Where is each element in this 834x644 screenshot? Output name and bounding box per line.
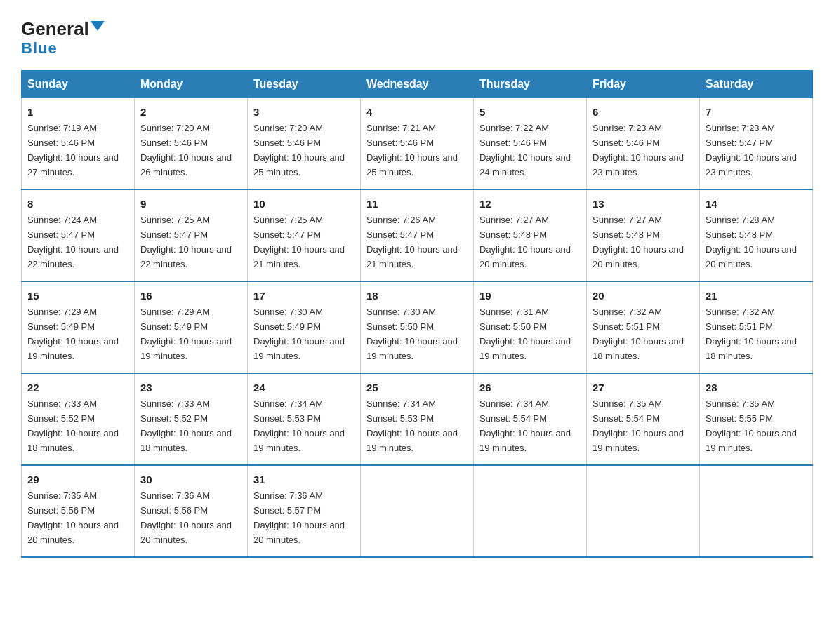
day-number: 29 bbox=[27, 471, 128, 488]
logo-general: General bbox=[21, 20, 89, 38]
calendar-cell: 3Sunrise: 7:20 AMSunset: 5:46 PMDaylight… bbox=[248, 98, 361, 189]
day-number: 14 bbox=[706, 196, 807, 212]
logo-triangle-icon bbox=[91, 21, 105, 31]
day-number: 30 bbox=[140, 471, 241, 488]
day-info: Sunrise: 7:25 AMSunset: 5:47 PMDaylight:… bbox=[140, 215, 232, 269]
calendar-cell: 9Sunrise: 7:25 AMSunset: 5:47 PMDaylight… bbox=[135, 189, 248, 281]
header-saturday: Saturday bbox=[700, 71, 813, 98]
calendar-cell: 28Sunrise: 7:35 AMSunset: 5:55 PMDayligh… bbox=[700, 373, 813, 465]
calendar-cell: 11Sunrise: 7:26 AMSunset: 5:47 PMDayligh… bbox=[361, 189, 474, 281]
header-tuesday: Tuesday bbox=[248, 71, 361, 98]
day-info: Sunrise: 7:33 AMSunset: 5:52 PMDaylight:… bbox=[140, 398, 232, 453]
day-number: 22 bbox=[27, 380, 128, 396]
day-info: Sunrise: 7:28 AMSunset: 5:48 PMDaylight:… bbox=[706, 215, 797, 269]
day-number: 10 bbox=[253, 196, 355, 212]
day-info: Sunrise: 7:33 AMSunset: 5:52 PMDaylight:… bbox=[27, 398, 119, 453]
logo: General Blue bbox=[21, 14, 105, 58]
header-friday: Friday bbox=[587, 71, 700, 98]
calendar-week-row: 15Sunrise: 7:29 AMSunset: 5:49 PMDayligh… bbox=[22, 281, 813, 373]
day-info: Sunrise: 7:30 AMSunset: 5:49 PMDaylight:… bbox=[253, 307, 345, 361]
calendar-cell: 30Sunrise: 7:36 AMSunset: 5:56 PMDayligh… bbox=[135, 465, 248, 557]
day-info: Sunrise: 7:27 AMSunset: 5:48 PMDaylight:… bbox=[479, 215, 571, 269]
calendar-cell bbox=[474, 465, 587, 557]
day-info: Sunrise: 7:29 AMSunset: 5:49 PMDaylight:… bbox=[140, 307, 232, 361]
day-number: 31 bbox=[253, 471, 355, 488]
day-info: Sunrise: 7:35 AMSunset: 5:55 PMDaylight:… bbox=[706, 398, 797, 453]
calendar-cell: 7Sunrise: 7:23 AMSunset: 5:47 PMDaylight… bbox=[700, 98, 813, 189]
day-number: 21 bbox=[706, 288, 807, 304]
day-info: Sunrise: 7:34 AMSunset: 5:53 PMDaylight:… bbox=[253, 398, 345, 453]
day-number: 20 bbox=[593, 288, 694, 304]
day-info: Sunrise: 7:21 AMSunset: 5:46 PMDaylight:… bbox=[366, 123, 458, 177]
day-number: 6 bbox=[593, 104, 694, 120]
calendar-cell: 26Sunrise: 7:34 AMSunset: 5:54 PMDayligh… bbox=[474, 373, 587, 465]
day-info: Sunrise: 7:22 AMSunset: 5:46 PMDaylight:… bbox=[479, 123, 571, 177]
header-wednesday: Wednesday bbox=[361, 71, 474, 98]
calendar-cell: 23Sunrise: 7:33 AMSunset: 5:52 PMDayligh… bbox=[135, 373, 248, 465]
day-info: Sunrise: 7:32 AMSunset: 5:51 PMDaylight:… bbox=[706, 307, 797, 361]
calendar-cell: 20Sunrise: 7:32 AMSunset: 5:51 PMDayligh… bbox=[587, 281, 700, 373]
day-info: Sunrise: 7:20 AMSunset: 5:46 PMDaylight:… bbox=[253, 123, 345, 177]
calendar-week-row: 29Sunrise: 7:35 AMSunset: 5:56 PMDayligh… bbox=[22, 465, 813, 557]
calendar-week-row: 1Sunrise: 7:19 AMSunset: 5:46 PMDaylight… bbox=[22, 98, 813, 189]
calendar-cell: 6Sunrise: 7:23 AMSunset: 5:46 PMDaylight… bbox=[587, 98, 700, 189]
calendar-cell: 29Sunrise: 7:35 AMSunset: 5:56 PMDayligh… bbox=[22, 465, 135, 557]
header-monday: Monday bbox=[135, 71, 248, 98]
day-number: 27 bbox=[593, 380, 694, 396]
calendar-week-row: 22Sunrise: 7:33 AMSunset: 5:52 PMDayligh… bbox=[22, 373, 813, 465]
day-number: 26 bbox=[479, 380, 581, 396]
calendar-cell bbox=[700, 465, 813, 557]
calendar-cell: 16Sunrise: 7:29 AMSunset: 5:49 PMDayligh… bbox=[135, 281, 248, 373]
calendar-cell: 10Sunrise: 7:25 AMSunset: 5:47 PMDayligh… bbox=[248, 189, 361, 281]
calendar-cell: 2Sunrise: 7:20 AMSunset: 5:46 PMDaylight… bbox=[135, 98, 248, 189]
day-info: Sunrise: 7:30 AMSunset: 5:50 PMDaylight:… bbox=[366, 307, 458, 361]
day-info: Sunrise: 7:23 AMSunset: 5:46 PMDaylight:… bbox=[593, 123, 684, 177]
day-number: 7 bbox=[706, 104, 807, 120]
day-number: 16 bbox=[140, 288, 241, 304]
day-number: 4 bbox=[366, 104, 468, 120]
day-number: 17 bbox=[253, 288, 355, 304]
day-info: Sunrise: 7:20 AMSunset: 5:46 PMDaylight:… bbox=[140, 123, 232, 177]
day-info: Sunrise: 7:32 AMSunset: 5:51 PMDaylight:… bbox=[593, 307, 684, 361]
day-number: 23 bbox=[140, 380, 241, 396]
calendar-cell: 31Sunrise: 7:36 AMSunset: 5:57 PMDayligh… bbox=[248, 465, 361, 557]
calendar-table: SundayMondayTuesdayWednesdayThursdayFrid… bbox=[21, 70, 813, 558]
calendar-cell: 19Sunrise: 7:31 AMSunset: 5:50 PMDayligh… bbox=[474, 281, 587, 373]
day-info: Sunrise: 7:19 AMSunset: 5:46 PMDaylight:… bbox=[27, 123, 119, 177]
day-number: 1 bbox=[27, 104, 128, 120]
calendar-cell bbox=[361, 465, 474, 557]
day-info: Sunrise: 7:34 AMSunset: 5:53 PMDaylight:… bbox=[366, 398, 458, 453]
day-info: Sunrise: 7:26 AMSunset: 5:47 PMDaylight:… bbox=[366, 215, 458, 269]
day-number: 12 bbox=[479, 196, 581, 212]
calendar-cell: 21Sunrise: 7:32 AMSunset: 5:51 PMDayligh… bbox=[700, 281, 813, 373]
day-info: Sunrise: 7:23 AMSunset: 5:47 PMDaylight:… bbox=[706, 123, 797, 177]
day-number: 28 bbox=[706, 380, 807, 396]
day-info: Sunrise: 7:36 AMSunset: 5:57 PMDaylight:… bbox=[253, 490, 345, 545]
calendar-cell: 1Sunrise: 7:19 AMSunset: 5:46 PMDaylight… bbox=[22, 98, 135, 189]
calendar-week-row: 8Sunrise: 7:24 AMSunset: 5:47 PMDaylight… bbox=[22, 189, 813, 281]
day-number: 25 bbox=[366, 380, 468, 396]
calendar-cell: 12Sunrise: 7:27 AMSunset: 5:48 PMDayligh… bbox=[474, 189, 587, 281]
calendar-cell: 14Sunrise: 7:28 AMSunset: 5:48 PMDayligh… bbox=[700, 189, 813, 281]
calendar-cell: 17Sunrise: 7:30 AMSunset: 5:49 PMDayligh… bbox=[248, 281, 361, 373]
day-number: 13 bbox=[593, 196, 694, 212]
day-info: Sunrise: 7:25 AMSunset: 5:47 PMDaylight:… bbox=[253, 215, 345, 269]
day-info: Sunrise: 7:34 AMSunset: 5:54 PMDaylight:… bbox=[479, 398, 571, 453]
day-info: Sunrise: 7:29 AMSunset: 5:49 PMDaylight:… bbox=[27, 307, 119, 361]
calendar-cell bbox=[587, 465, 700, 557]
day-number: 24 bbox=[253, 380, 355, 396]
calendar-cell: 13Sunrise: 7:27 AMSunset: 5:48 PMDayligh… bbox=[587, 189, 700, 281]
header-thursday: Thursday bbox=[474, 71, 587, 98]
calendar-cell: 18Sunrise: 7:30 AMSunset: 5:50 PMDayligh… bbox=[361, 281, 474, 373]
calendar-cell: 24Sunrise: 7:34 AMSunset: 5:53 PMDayligh… bbox=[248, 373, 361, 465]
calendar-cell: 22Sunrise: 7:33 AMSunset: 5:52 PMDayligh… bbox=[22, 373, 135, 465]
day-info: Sunrise: 7:35 AMSunset: 5:56 PMDaylight:… bbox=[27, 490, 119, 545]
day-number: 18 bbox=[366, 288, 468, 304]
header-sunday: Sunday bbox=[22, 71, 135, 98]
day-number: 15 bbox=[27, 288, 128, 304]
calendar-cell: 25Sunrise: 7:34 AMSunset: 5:53 PMDayligh… bbox=[361, 373, 474, 465]
day-info: Sunrise: 7:27 AMSunset: 5:48 PMDaylight:… bbox=[593, 215, 684, 269]
day-number: 19 bbox=[479, 288, 581, 304]
calendar-cell: 5Sunrise: 7:22 AMSunset: 5:46 PMDaylight… bbox=[474, 98, 587, 189]
day-number: 11 bbox=[366, 196, 468, 212]
